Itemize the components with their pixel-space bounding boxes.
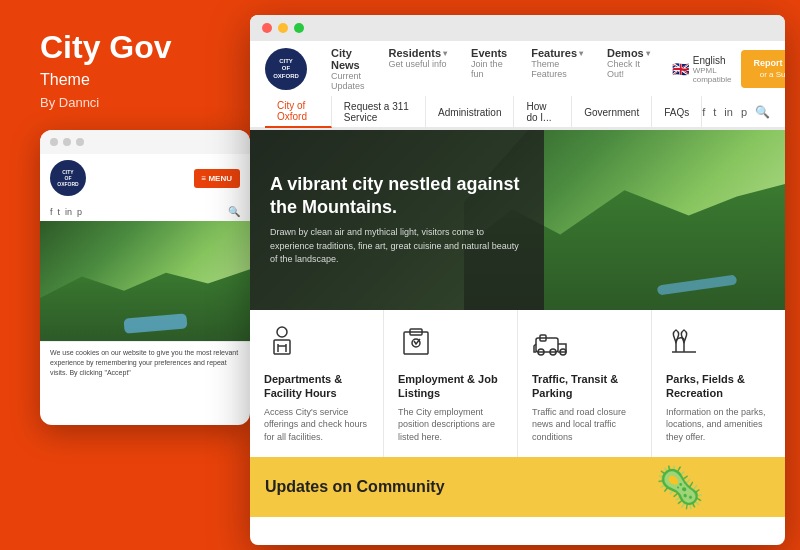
service-employment[interactable]: Employment & Job Listings The City emplo… [384,310,518,457]
sec-instagram-icon[interactable]: in [724,106,733,118]
report-issue-button[interactable]: Report An Issue or a Suggestion [741,50,785,88]
browser-maximize-dot[interactable] [294,23,304,33]
service-traffic[interactable]: Traffic, Transit & Parking Traffic and r… [518,310,652,457]
service-departments[interactable]: Departments & Facility Hours Access City… [250,310,384,457]
employment-title: Employment & Job Listings [398,372,503,401]
mobile-header: CITYOFOXFORD ≡ MENU [40,154,250,202]
mobile-dot-yellow [63,138,71,146]
departments-icon [264,324,369,364]
sec-nav-how-do-i[interactable]: How do I... [514,96,572,128]
site-nav-top: CITYOFOXFORD City News Current Updates R… [250,41,785,97]
site-logo: CITYOFOXFORD [265,48,307,90]
browser-titlebar [250,15,785,41]
mobile-dot-red [50,138,58,146]
mobile-titlebar [40,130,250,154]
language-sub: WPML compatible [693,66,732,84]
services-row: Departments & Facility Hours Access City… [250,310,785,457]
sec-nav-311[interactable]: Request a 311 Service [332,96,426,128]
left-panel: City Gov Theme By Dannci CITYOFOXFORD ≡ … [20,0,240,550]
sec-pinterest-icon[interactable]: p [741,106,747,118]
bottom-strip: Updates on Community 🦠 [250,457,785,517]
departments-title: Departments & Facility Hours [264,372,369,401]
theme-subtitle: Theme [40,71,240,89]
parks-icon [666,324,771,364]
flag-icon: 🇬🇧 [672,61,689,77]
sec-nav-city-of-oxford[interactable]: City of Oxford [265,96,332,128]
theme-by: By Dannci [40,95,240,110]
nav-events[interactable]: Events Join the fun [459,42,519,96]
theme-title: City Gov [40,30,240,65]
employment-desc: The City employment position description… [398,406,503,444]
sec-nav-social: f t in p 🔍 [702,105,770,119]
mobile-instagram-icon[interactable]: in [65,207,72,217]
departments-desc: Access City's service offerings and chec… [264,406,369,444]
browser-close-dot[interactable] [262,23,272,33]
sec-nav-faqs[interactable]: FAQs [652,96,702,128]
site-nav-items: City News Current Updates Residents ▾ Ge… [319,42,662,96]
sec-search-icon[interactable]: 🔍 [755,105,770,119]
svg-rect-1 [274,340,290,354]
site-header: CITYOFOXFORD City News Current Updates R… [250,41,785,130]
mobile-cookie-notice: We use cookies on our website to give yo… [40,341,250,383]
mobile-mockup: CITYOFOXFORD ≡ MENU f t in p 🔍 We use co… [40,130,250,425]
mobile-dot-green [76,138,84,146]
browser-minimize-dot[interactable] [278,23,288,33]
sec-nav-administration[interactable]: Administration [426,96,514,128]
sec-facebook-icon[interactable]: f [702,106,705,118]
svg-point-0 [277,327,287,337]
nav-residents[interactable]: Residents ▾ Get useful info [377,42,460,96]
mobile-facebook-icon[interactable]: f [50,207,53,217]
mobile-social-bar: f t in p 🔍 [40,202,250,221]
mobile-logo: CITYOFOXFORD [50,160,86,196]
mobile-hero-image [40,221,250,341]
browser-mockup: CITYOFOXFORD City News Current Updates R… [250,15,785,545]
language-label: English [693,55,732,66]
hero-overlay: A vibrant city nestled against the Mount… [250,130,544,310]
mobile-menu-button[interactable]: ≡ MENU [194,169,240,188]
traffic-title: Traffic, Transit & Parking [532,372,637,401]
site-hero: A vibrant city nestled against the Mount… [250,130,785,310]
service-parks[interactable]: Parks, Fields & Recreation Information o… [652,310,785,457]
site-nav-secondary: City of Oxford Request a 311 Service Adm… [250,97,785,129]
mobile-search-icon[interactable]: 🔍 [228,206,240,217]
parks-desc: Information on the parks, locations, and… [666,406,771,444]
hero-description: Drawn by clean air and mythical light, v… [270,226,524,267]
mobile-pinterest-icon[interactable]: p [77,207,82,217]
sec-nav-government[interactable]: Government [572,96,652,128]
hero-title: A vibrant city nestled against the Mount… [270,173,524,218]
nav-features[interactable]: Features ▾ Theme Features [519,42,595,96]
nav-city-news[interactable]: City News Current Updates [319,42,377,96]
language-selector[interactable]: 🇬🇧 English WPML compatible [672,55,732,84]
bottom-strip-title: Updates on Community [265,478,445,496]
virus-icon: 🦠 [655,464,705,511]
traffic-icon [532,324,637,364]
parks-title: Parks, Fields & Recreation [666,372,771,401]
employment-icon [398,324,503,364]
nav-demos[interactable]: Demos ▾ Check It Out! [595,42,662,96]
sec-twitter-icon[interactable]: t [713,106,716,118]
traffic-desc: Traffic and road closure news and local … [532,406,637,444]
mobile-twitter-icon[interactable]: t [58,207,61,217]
